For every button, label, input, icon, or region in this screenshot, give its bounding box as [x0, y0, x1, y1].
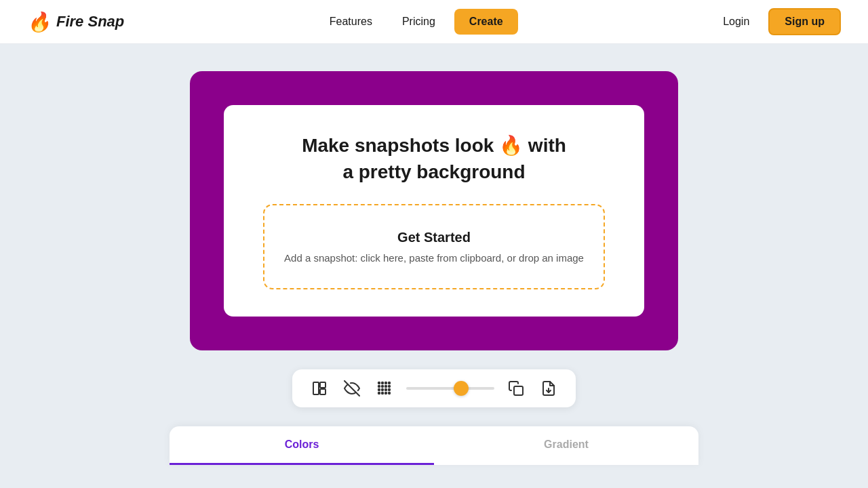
svg-point-11 [389, 386, 390, 387]
hide-icon[interactable] [341, 378, 363, 399]
navbar: 🔥 Fire Snap Features Pricing Create Logi… [0, 0, 868, 44]
svg-point-14 [385, 389, 387, 390]
toolbar [292, 369, 576, 407]
svg-point-15 [389, 389, 390, 390]
drop-zone-title: Get Started [397, 230, 471, 245]
grid-icon[interactable] [374, 378, 395, 399]
nav-login-link[interactable]: Login [712, 10, 760, 33]
copy-icon[interactable] [505, 378, 527, 399]
svg-point-19 [389, 392, 390, 394]
main-content: Make snapshots look 🔥 with a pretty back… [0, 44, 868, 466]
svg-point-16 [378, 392, 380, 394]
nav-signup-button[interactable]: Sign up [768, 8, 841, 35]
preview-inner: Make snapshots look 🔥 with a pretty back… [224, 105, 644, 317]
zoom-slider[interactable] [406, 387, 494, 390]
preview-outer: Make snapshots look 🔥 with a pretty back… [190, 71, 678, 350]
svg-point-18 [385, 392, 387, 394]
layout-icon[interactable] [309, 378, 330, 399]
download-icon[interactable] [538, 378, 559, 399]
svg-point-4 [378, 382, 380, 384]
bottom-panel: Colors Gradient [170, 426, 698, 466]
nav-features-link[interactable]: Features [319, 10, 383, 33]
logo-text: Fire Snap [56, 13, 124, 30]
preview-title-line2: a pretty background [342, 161, 525, 182]
svg-point-12 [378, 389, 380, 390]
tab-gradient[interactable]: Gradient [434, 426, 698, 465]
logo-icon: 🔥 [27, 11, 51, 33]
zoom-slider-wrap [406, 387, 494, 390]
drop-zone[interactable]: Get Started Add a snapshot: click here, … [263, 204, 605, 289]
svg-rect-1 [320, 382, 326, 388]
svg-rect-20 [514, 386, 523, 395]
svg-rect-2 [320, 389, 326, 394]
nav-create-button[interactable]: Create [454, 9, 518, 35]
tab-colors[interactable]: Colors [170, 426, 434, 465]
svg-point-17 [382, 392, 383, 394]
nav-right: Login Sign up [712, 8, 841, 35]
svg-point-7 [389, 382, 390, 384]
drop-zone-desc: Add a snapshot: click here, paste from c… [284, 252, 584, 264]
svg-rect-0 [313, 382, 319, 394]
logo: 🔥 Fire Snap [27, 11, 124, 33]
preview-title-line1: Make snapshots look 🔥 with [302, 135, 566, 156]
svg-point-8 [378, 386, 380, 387]
nav-pricing-link[interactable]: Pricing [391, 10, 446, 33]
bottom-tabs: Colors Gradient [170, 426, 698, 466]
nav-center: Features Pricing Create [319, 9, 518, 35]
svg-point-6 [385, 382, 387, 384]
preview-title: Make snapshots look 🔥 with a pretty back… [302, 132, 566, 185]
svg-point-10 [385, 386, 387, 387]
svg-point-13 [382, 389, 383, 390]
svg-point-9 [382, 386, 383, 387]
svg-point-5 [382, 382, 383, 384]
